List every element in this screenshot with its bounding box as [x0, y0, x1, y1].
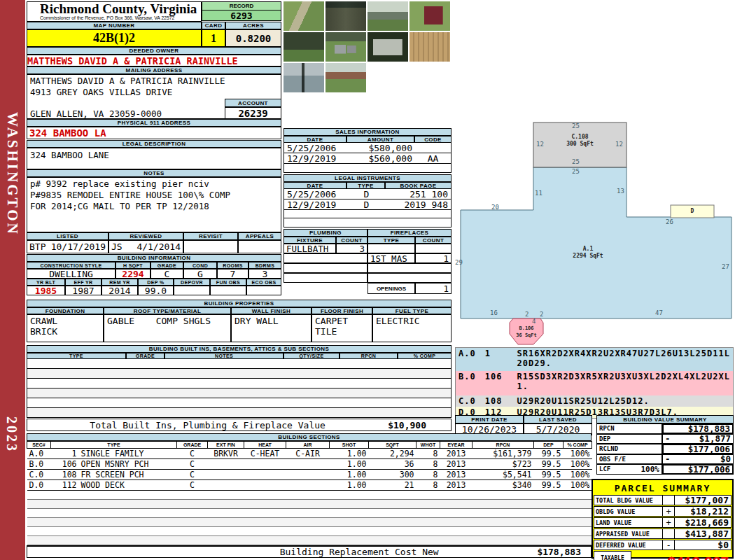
effective-year: 1987: [65, 286, 102, 295]
listed-date: 10/17/2019: [51, 241, 106, 252]
parcel-value: $18,212: [675, 506, 732, 517]
sale-date: 12/9/2019: [284, 153, 347, 163]
col-header: ROOF TYPE/MATERIAL: [104, 307, 231, 314]
photo-thumbnail-waterfront-bulkhead[interactable]: [284, 1, 324, 31]
dim-label: 25: [572, 168, 580, 175]
parcel-value: $218,669: [675, 517, 732, 528]
notes-label: NOTES: [27, 169, 281, 177]
section-type: SINGLE FAMILY: [79, 449, 177, 459]
section-row: D.0 112 WOOD DECK C 1.00 21 8 2013 $340 …: [27, 480, 592, 491]
note-line: P#9835 REMODEL ENTIRE HOUSE 100\% COMP: [30, 190, 278, 201]
notes-body: p# 9392 replace existing pier nciv P#983…: [27, 177, 281, 232]
dep-override: [174, 286, 210, 295]
plumbing-fixture: FULLBATH: [284, 244, 336, 253]
section-extfin: BRKVR: [208, 449, 244, 459]
district-label: WASHINGTON: [4, 112, 21, 236]
last-saved-label: LAST SAVED: [524, 415, 592, 424]
card-value: 1: [202, 29, 225, 47]
col-header: GRADE: [150, 262, 183, 269]
empty-row: [27, 359, 451, 369]
vector-sec: A.0: [456, 348, 485, 371]
section-id: D.0: [27, 480, 51, 491]
parcel-summary-title: PARCEL SUMMARY: [594, 481, 732, 495]
economic-obsolescence: [246, 286, 281, 295]
tax-year-label: 2023: [4, 416, 20, 453]
photo-thumbnail-wood-pier-walkway[interactable]: [326, 1, 366, 31]
binder-spine: WASHINGTON 2023: [0, 0, 25, 560]
parcel-label: OBLDG VALUE: [594, 506, 663, 517]
photo-thumbnail-pier-over-water[interactable]: [284, 63, 324, 92]
replacement-cost-row: Building Replacement Cost New $178,883: [27, 545, 592, 558]
instrument-row: 12/9/2019 D 2019 948: [284, 200, 451, 210]
photo-thumbnail-house-front[interactable]: [368, 1, 408, 31]
empty-cell: [368, 263, 451, 273]
value-row: DEP -$1,877: [596, 434, 734, 444]
section-eyear: 2013: [440, 480, 472, 491]
section-dep: 99.5: [534, 470, 564, 480]
dim-label: 13: [617, 188, 624, 195]
county-header: Richmond County, Virginia Commissioner o…: [27, 1, 202, 22]
floor-finish-line: CARPET: [315, 316, 369, 326]
remodel-year: 2014: [102, 286, 138, 295]
col-header: FIXTURE: [284, 237, 336, 244]
taxable-value-label: TAXABLE VALUE: [594, 551, 631, 560]
dim-label: 2: [540, 311, 543, 318]
col-header: FLOOR FINISH: [312, 307, 372, 314]
section-grade: C: [177, 470, 208, 480]
col-header: DATE: [284, 182, 346, 189]
photo-thumbnail-house-shaded[interactable]: [284, 32, 324, 62]
col-header: % COMP: [564, 442, 592, 449]
col-header: CONSTRUCTION STYLE: [27, 262, 115, 269]
photo-thumbnail-for-sale-sign[interactable]: [410, 1, 450, 31]
empty-row: [27, 379, 451, 388]
photo-thumbnail-privacy-fence[interactable]: [410, 32, 450, 62]
roof-type-material: GABLE COMP SHGLS: [104, 314, 231, 342]
section-sqft: 2,294: [369, 449, 416, 459]
dim-label: 16: [490, 309, 498, 316]
parcel-row: LAND VALUE + $218,669: [594, 517, 732, 528]
col-header: SQFT: [369, 442, 416, 449]
map-number-value: 42B(1)2: [27, 29, 202, 47]
parcel-row: TOTAL BLDG VALUE $177,007: [594, 495, 732, 505]
dim-label: 29: [455, 259, 463, 266]
condition: G: [183, 269, 217, 279]
col-header: AMOUNT: [346, 136, 414, 143]
parcel-row: DEFERRED VALUE - $0: [594, 540, 732, 550]
section-row: B.0 106 OPEN MSNRY PCH C 1.00 36 8 2013 …: [27, 459, 592, 470]
account-number: 26239: [225, 107, 281, 119]
parcel-sign: [663, 495, 675, 505]
sketch-region-D-label: D: [671, 208, 714, 215]
fireplace-type: [368, 244, 415, 253]
deeded-owner-name: MATTHEWS DAVID A & PATRICIA RAINVILLE: [27, 55, 281, 66]
empty-row: [27, 369, 451, 379]
section-shgt: 1.00: [330, 470, 369, 480]
vector-code: 108: [485, 396, 517, 407]
photo-thumbnail-house-rear-lawn[interactable]: [326, 63, 366, 92]
photo-thumbnail-storage-shed[interactable]: [368, 32, 408, 62]
section-extfin: [208, 459, 244, 470]
sketch-section-A-shape: [461, 167, 732, 318]
wall-finish: DRY WALL: [231, 314, 312, 342]
mailing-line: MATTHEWS DAVID A & PATRICIA RAINVILLE: [30, 76, 278, 87]
grade: C: [150, 269, 183, 279]
photo-thumbnail-yard-hvac-units[interactable]: [326, 32, 366, 62]
notes-panel: NOTES p# 9392 replace existing pier nciv…: [27, 169, 281, 232]
building-sections-title: BUILDING SECTIONS: [27, 433, 592, 441]
col-header: DEPOVR: [174, 279, 210, 286]
col-header: FUEL TYPE: [372, 307, 451, 314]
section-shgt: 1.00: [330, 480, 369, 491]
col-header: COUNT: [415, 237, 451, 244]
revisit-label: REVISIT: [183, 232, 238, 240]
sales-information-panel: SALES INFORMATION DATE AMOUNT CODE 5/25/…: [284, 128, 451, 173]
col-header: RPCN: [340, 353, 398, 359]
section-comp: 100%: [564, 480, 592, 491]
instrument-bookpage: 2019 948: [386, 200, 451, 209]
value-label: RCLND: [599, 445, 618, 452]
print-date-label: PRINT DATE: [455, 415, 524, 424]
section-rpcn: $161,379: [472, 449, 534, 459]
physical-address: 324 BAMBOO LA: [27, 127, 281, 139]
section-id: C.0: [27, 470, 51, 480]
section-row: C.0 108 FR SCREEN PCH C 1.00 300 8 2013 …: [27, 470, 592, 480]
fireplace-count: [415, 244, 451, 253]
value-label: RPCN: [599, 425, 615, 432]
